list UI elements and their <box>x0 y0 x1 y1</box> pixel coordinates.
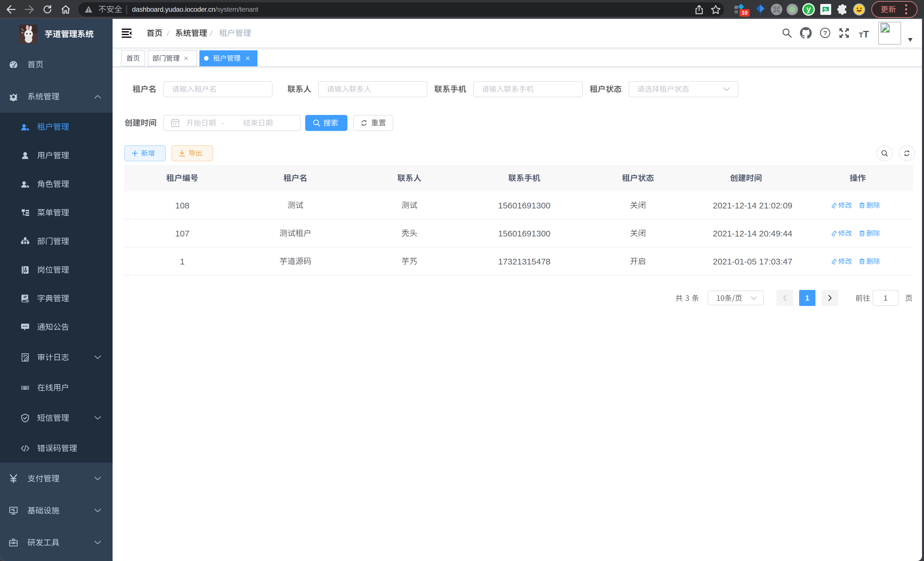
svg-text:?: ? <box>823 29 827 37</box>
